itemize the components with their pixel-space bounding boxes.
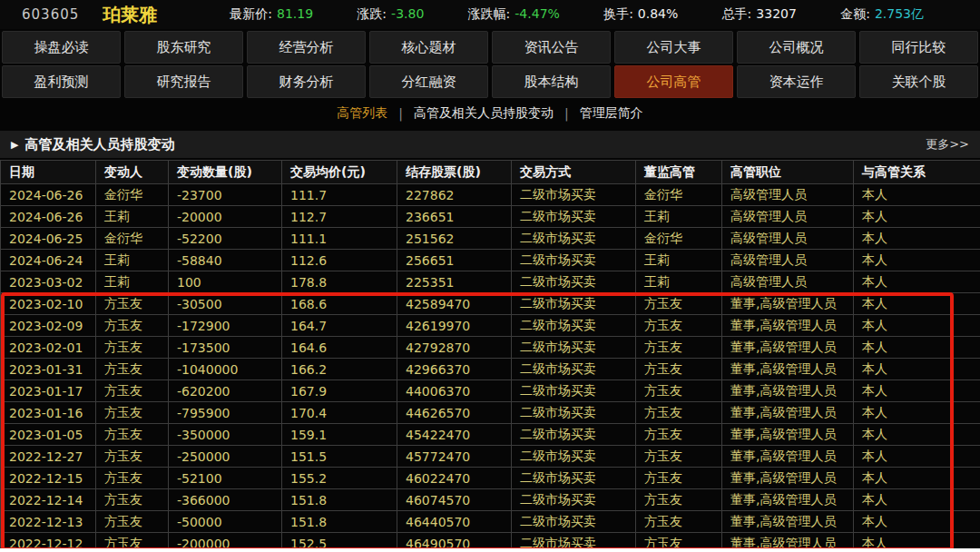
table-cell: 本人 xyxy=(854,271,980,293)
table-cell: 二级市场买卖 xyxy=(512,446,636,468)
table-cell: 2024-06-24 xyxy=(1,250,96,271)
triangle-right-icon: ▶ xyxy=(11,139,18,151)
table-row: 2024-06-25金衍华-52200111.1251562二级市场买卖金衍华高… xyxy=(1,228,980,250)
nav-tab-核心题材[interactable]: 核心题材 xyxy=(369,31,488,64)
stock-quote-bar: 603605 珀莱雅 最新价:81.19涨跌:-3.80涨跌幅:-4.47%换手… xyxy=(0,0,980,29)
table-cell: 方玉友 xyxy=(96,359,169,380)
table-cell: 164.7 xyxy=(282,315,397,337)
table-body: 2024-06-26金衍华-23700111.7227862二级市场买卖金衍华高… xyxy=(1,184,980,552)
bottom-edge xyxy=(0,548,980,552)
table-cell: 2023-02-01 xyxy=(1,337,96,359)
table-cell: 100 xyxy=(169,271,282,293)
table-cell: 方玉友 xyxy=(96,380,169,402)
nav-tab-同行比较[interactable]: 同行比较 xyxy=(859,31,978,64)
table-cell: 方玉友 xyxy=(96,337,169,359)
table-cell: 方玉友 xyxy=(636,337,722,359)
nav-tab-盈利预测[interactable]: 盈利预测 xyxy=(2,65,121,98)
column-header: 董监高管 xyxy=(636,161,722,184)
nav-tab-分红融资[interactable]: 分红融资 xyxy=(369,65,488,98)
table-cell: 二级市场买卖 xyxy=(512,337,636,359)
table-cell: 二级市场买卖 xyxy=(512,424,636,446)
table-cell: 方玉友 xyxy=(96,511,169,533)
table-cell: 2024-06-26 xyxy=(1,206,96,228)
nav-tab-公司概况[interactable]: 公司概况 xyxy=(737,31,856,64)
table-cell: 2023-01-17 xyxy=(1,380,96,402)
table-cell: 二级市场买卖 xyxy=(512,511,636,533)
quote-field-label: 涨跌: xyxy=(357,6,387,21)
table-row: 2023-01-05方玉友-350000159.145422470二级市场买卖方… xyxy=(1,424,980,446)
table-cell: 二级市场买卖 xyxy=(512,293,636,315)
table-row: 2024-06-26金衍华-23700111.7227862二级市场买卖金衍华高… xyxy=(1,184,980,206)
table-cell: 151.5 xyxy=(282,446,397,468)
table-cell: 二级市场买卖 xyxy=(512,315,636,337)
table-cell: 二级市场买卖 xyxy=(512,250,636,271)
table-cell: 本人 xyxy=(854,468,980,489)
quote-field-value: -3.80 xyxy=(391,6,424,21)
subnav-item-高管列表[interactable]: 高管列表 xyxy=(337,105,387,122)
table-cell: 董事,高级管理人员 xyxy=(722,293,854,315)
table-cell: 42589470 xyxy=(397,293,512,315)
table-row: 2024-06-26王莉-20000112.7236651二级市场买卖王莉高级管… xyxy=(1,206,980,228)
column-header: 交易方式 xyxy=(512,161,636,184)
table-cell: 董事,高级管理人员 xyxy=(722,489,854,511)
nav-tab-公司大事[interactable]: 公司大事 xyxy=(614,31,733,64)
table-cell: 方玉友 xyxy=(96,315,169,337)
table-cell: 227862 xyxy=(397,184,512,206)
nav-tab-股本结构[interactable]: 股本结构 xyxy=(492,65,611,98)
table-row: 2022-12-15方玉友-52100155.246022470二级市场买卖方玉… xyxy=(1,468,980,489)
table-cell: 2023-02-10 xyxy=(1,293,96,315)
holdings-change-table: 日期变动人变动数量(股)交易均价(元)结存股票(股)交易方式董监高管高管职位与高… xyxy=(0,160,980,552)
table-cell: 二级市场买卖 xyxy=(512,380,636,402)
table-cell: 2024-06-25 xyxy=(1,228,96,250)
table-cell: -30500 xyxy=(169,293,282,315)
table-cell: 金衍华 xyxy=(636,184,722,206)
table-row: 2022-12-27方玉友-250000151.545772470二级市场买卖方… xyxy=(1,446,980,468)
quote-field-4: 总手:33207 xyxy=(722,6,797,23)
quote-field-label: 金额: xyxy=(840,6,870,21)
table-cell: 方玉友 xyxy=(636,380,722,402)
table-cell: -172900 xyxy=(169,315,282,337)
nav-tab-研究报告[interactable]: 研究报告 xyxy=(124,65,243,98)
table-cell: 董事,高级管理人员 xyxy=(722,446,854,468)
table-row: 2024-06-24王莉-58840112.6256651二级市场买卖王莉高级管… xyxy=(1,250,980,271)
table-cell: 111.7 xyxy=(282,184,397,206)
nav-tab-经营分析[interactable]: 经营分析 xyxy=(247,31,366,64)
column-header: 与高管关系 xyxy=(854,161,980,184)
table-cell: 178.8 xyxy=(282,271,397,293)
nav-tab-财务分析[interactable]: 财务分析 xyxy=(247,65,366,98)
table-row: 2022-12-13方玉友-50000151.846440570二级市场买卖方玉… xyxy=(1,511,980,533)
nav-tab-资本运作[interactable]: 资本运作 xyxy=(737,65,856,98)
nav-tab-关联个股[interactable]: 关联个股 xyxy=(859,65,978,98)
nav-tab-操盘必读[interactable]: 操盘必读 xyxy=(2,31,121,64)
more-link[interactable]: 更多>> xyxy=(926,136,969,153)
column-header: 变动人 xyxy=(96,161,169,184)
table-cell: 二级市场买卖 xyxy=(512,402,636,424)
nav-tab-股东研究[interactable]: 股东研究 xyxy=(124,31,243,64)
nav-tab-资讯公告[interactable]: 资讯公告 xyxy=(492,31,611,64)
table-cell: 256651 xyxy=(397,250,512,271)
quote-field-value: 33207 xyxy=(756,6,797,21)
table-cell: 112.6 xyxy=(282,250,397,271)
quote-field-1: 涨跌:-3.80 xyxy=(357,6,424,23)
nav-row-2: 盈利预测研究报告财务分析分红融资股本结构公司高管资本运作关联个股 xyxy=(0,65,980,98)
subnav-item-管理层简介[interactable]: 管理层简介 xyxy=(580,105,643,122)
table-cell: 本人 xyxy=(854,337,980,359)
table-cell: 46074570 xyxy=(397,489,512,511)
table-cell: -20000 xyxy=(169,206,282,228)
table-cell: 45772470 xyxy=(397,446,512,468)
table-cell: 方玉友 xyxy=(96,402,169,424)
table-cell: 方玉友 xyxy=(636,489,722,511)
table-cell: 方玉友 xyxy=(96,446,169,468)
table-cell: 方玉友 xyxy=(636,424,722,446)
table-cell: 高级管理人员 xyxy=(722,206,854,228)
nav-tab-公司高管[interactable]: 公司高管 xyxy=(614,65,733,98)
table-cell: 王莉 xyxy=(636,250,722,271)
table-cell: 董事,高级管理人员 xyxy=(722,402,854,424)
table-cell: -620200 xyxy=(169,380,282,402)
table-cell: 王莉 xyxy=(96,250,169,271)
quote-field-label: 最新价: xyxy=(230,6,272,21)
subnav-item-高管及相关人员持股变动[interactable]: 高管及相关人员持股变动 xyxy=(414,105,554,122)
table-cell: 王莉 xyxy=(636,206,722,228)
table-cell: 王莉 xyxy=(636,271,722,293)
quote-field-3: 换手:0.84% xyxy=(603,6,678,23)
